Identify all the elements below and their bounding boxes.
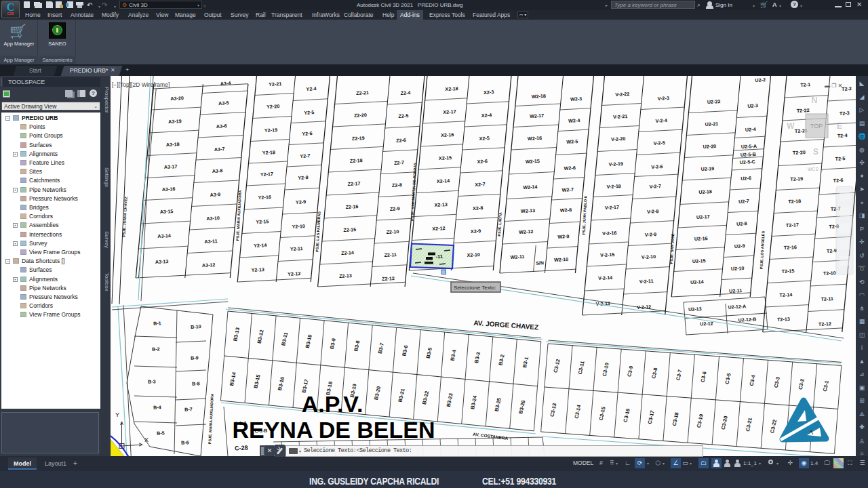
- svg-text:W2-6: W2-6: [564, 165, 576, 171]
- svg-text:C3-2: C3-2: [797, 378, 806, 390]
- svg-text:A3-8: A3-8: [212, 167, 223, 174]
- svg-text:B-2: B-2: [152, 346, 160, 352]
- svg-text:V-2-11: V-2-11: [639, 278, 654, 285]
- svg-text:W2-9: W2-9: [557, 233, 570, 240]
- svg-text:A3-4: A3-4: [220, 80, 231, 87]
- svg-text:W2-4: W2-4: [568, 117, 580, 124]
- svg-text:Y2-11: Y2-11: [290, 245, 303, 252]
- svg-text:PSJE. JUAN PABLO II: PSJE. JUAN PABLO II: [582, 196, 588, 235]
- svg-text:PSJE. LADYA: PSJE. LADYA: [497, 212, 502, 237]
- svg-text:C3-4: C3-4: [748, 374, 756, 387]
- svg-text:Z2-6: Z2-6: [396, 137, 406, 144]
- svg-text:U2-17: U2-17: [696, 214, 710, 220]
- svg-text:Y2-13: Y2-13: [251, 266, 264, 273]
- svg-text:T2-3: T2-3: [840, 110, 850, 117]
- svg-text:W2-13: W2-13: [521, 207, 536, 214]
- svg-text:X2-13: X2-13: [434, 201, 448, 208]
- svg-text:Y2-21: Y2-21: [269, 81, 282, 87]
- svg-text:PSJE. SAN JOSE: PSJE. SAN JOSE: [669, 233, 675, 264]
- svg-text:E: E: [837, 121, 842, 131]
- svg-text:W2-18: W2-18: [532, 93, 547, 100]
- svg-text:B3-3: B3-3: [473, 352, 481, 364]
- svg-text:C-28: C-28: [235, 445, 248, 452]
- svg-text:A3-20: A3-20: [170, 95, 184, 102]
- svg-text:V-2-5: V-2-5: [653, 140, 665, 146]
- svg-text:T2-19: T2-19: [790, 176, 803, 182]
- svg-text:W: W: [787, 121, 795, 131]
- svg-text:C3-20: C3-20: [720, 415, 729, 430]
- svg-text:A3-18: A3-18: [166, 141, 180, 148]
- svg-text:V-2-19: V-2-19: [608, 161, 623, 167]
- svg-text:C3-11: C3-11: [577, 361, 586, 375]
- svg-text:C3-9: C3-9: [626, 365, 634, 378]
- svg-text:X2-4: X2-4: [481, 112, 492, 119]
- svg-text:B3-22: B3-22: [421, 390, 430, 405]
- svg-text:U2-18: U2-18: [698, 188, 712, 195]
- svg-text:V-2-7: V-2-7: [649, 183, 661, 190]
- svg-text:B3-5: B3-5: [425, 347, 433, 359]
- svg-text:W2-7: W2-7: [561, 186, 574, 193]
- svg-text:Z2-4: Z2-4: [400, 89, 410, 96]
- svg-text:V-2-21: V-2-21: [613, 113, 628, 120]
- svg-text:U2-5-B: U2-5-B: [741, 151, 757, 158]
- svg-text:U2-14: U2-14: [690, 279, 704, 285]
- svg-text:Y2-6: Y2-6: [302, 130, 313, 137]
- svg-text:T2-20: T2-20: [793, 149, 806, 156]
- svg-text:S/N: S/N: [536, 260, 544, 266]
- svg-text:U2-9: U2-9: [734, 243, 745, 249]
- svg-text:Y2-20: Y2-20: [267, 103, 280, 110]
- svg-text:T2-14: T2-14: [779, 291, 792, 298]
- svg-text:T2-16: T2-16: [784, 244, 797, 251]
- svg-text:▬ ❐ ✕: ▬ ❐ ✕: [825, 83, 842, 89]
- svg-text:C3-17: C3-17: [647, 410, 656, 425]
- svg-text:T2-22: T2-22: [797, 107, 810, 114]
- svg-text:PSJE. MARIA AUXILIADORA: PSJE. MARIA AUXILIADORA: [208, 394, 214, 445]
- svg-text:W2-14: W2-14: [523, 184, 538, 190]
- svg-text:B3-16: B3-16: [277, 376, 285, 391]
- svg-text:AV. COSTANERA: AV. COSTANERA: [473, 432, 509, 441]
- svg-text:B3-9: B3-9: [329, 338, 337, 350]
- svg-text:A3-17: A3-17: [164, 163, 178, 170]
- svg-text:Z2-7: Z2-7: [394, 159, 404, 166]
- svg-text:PSJE. JUANA CHAVEZ: PSJE. JUANA CHAVEZ: [121, 196, 127, 237]
- svg-text:U2-5-A: U2-5-A: [741, 143, 757, 150]
- svg-text:X2-12: X2-12: [432, 225, 446, 232]
- svg-text:U2-16: U2-16: [694, 235, 708, 242]
- svg-text:X2-7: X2-7: [475, 181, 486, 188]
- svg-text:V-2-22: V-2-22: [615, 91, 630, 98]
- svg-text:S: S: [813, 147, 818, 157]
- svg-text:X2-16: X2-16: [441, 131, 454, 138]
- svg-text:U2-15: U2-15: [692, 258, 706, 264]
- svg-text:V-2-15: V-2-15: [600, 251, 615, 258]
- svg-text:W2-12: W2-12: [519, 228, 534, 235]
- svg-text:V-2-9: V-2-9: [645, 231, 657, 238]
- svg-text:V-2-6: V-2-6: [651, 163, 663, 170]
- svg-text:X2-15: X2-15: [439, 155, 452, 161]
- svg-text:U2-21: U2-21: [705, 121, 718, 127]
- svg-text:T2-11: T2-11: [821, 296, 833, 302]
- svg-text:T2-5: T2-5: [835, 155, 845, 162]
- svg-text:A3-9: A3-9: [210, 191, 220, 198]
- svg-text:A3-5: A3-5: [218, 100, 229, 106]
- svg-text:Z2-9: Z2-9: [390, 205, 400, 212]
- svg-text:U2-11: U2-11: [729, 287, 743, 294]
- svg-text:Z2-12: Z2-12: [382, 275, 395, 282]
- svg-text:A3-12: A3-12: [202, 262, 216, 268]
- svg-text:V-2-3: V-2-3: [657, 95, 669, 102]
- svg-text:Y2-16: Y2-16: [258, 194, 271, 201]
- svg-text:Z2-10: Z2-10: [386, 228, 399, 235]
- svg-text:REYNA DE BELEN: REYNA DE BELEN: [232, 417, 435, 443]
- svg-text:PSJE. MARIA AUXILIADORA: PSJE. MARIA AUXILIADORA: [235, 190, 242, 241]
- svg-text:A3-10: A3-10: [206, 215, 220, 222]
- svg-text:W2-17: W2-17: [530, 113, 545, 119]
- svg-text:B3-13: B3-13: [232, 327, 241, 342]
- svg-text:B-8: B-8: [192, 380, 200, 387]
- svg-text:Z2-15: Z2-15: [343, 226, 356, 233]
- svg-text:T2-9: T2-9: [827, 247, 837, 254]
- svg-text:V-2-20: V-2-20: [611, 136, 626, 142]
- svg-text:W2-11: W2-11: [510, 253, 524, 260]
- svg-text:Z2-5: Z2-5: [398, 113, 408, 119]
- svg-text:C3-10: C3-10: [601, 362, 610, 377]
- svg-text:Y2-9: Y2-9: [296, 199, 307, 205]
- svg-text:Z2-17: Z2-17: [347, 180, 360, 187]
